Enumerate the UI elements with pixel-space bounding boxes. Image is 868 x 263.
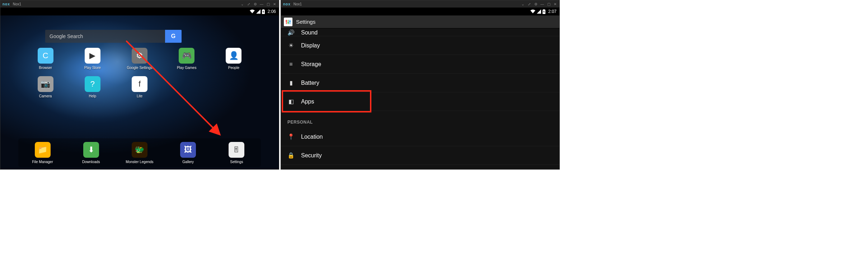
pane-settings: nox Nox1 ⌄ ⤢ ⚙ — ▢ ✕ 2:07 Settings �	[281, 0, 560, 170]
wifi-icon	[530, 9, 535, 14]
app-label: Play Store	[84, 66, 101, 70]
svg-rect-6	[288, 20, 288, 24]
settings-item-sound[interactable]: 🔊 Sound	[281, 28, 559, 36]
app-label: Downloads	[82, 160, 100, 164]
expand-icon[interactable]: ⤢	[527, 2, 531, 6]
settings-item-display[interactable]: ☀ Display	[281, 36, 559, 55]
security-icon: 🔒	[287, 152, 295, 159]
search-placeholder: Google Search	[45, 33, 165, 39]
signal-icon	[537, 9, 541, 14]
dock-app-settings[interactable]: 🎚 Settings	[212, 142, 261, 164]
settings-app-icon	[284, 18, 292, 26]
android-status-bar-left: 2:06	[0, 8, 279, 15]
monster-legends-icon: 🐲	[132, 142, 147, 158]
settings-item-apps[interactable]: ◧ Apps	[281, 92, 559, 111]
play-games-icon: 🎮	[179, 48, 194, 64]
people-icon: 👤	[226, 48, 241, 64]
google-search-bar[interactable]: Google Search G	[45, 30, 182, 43]
storage-icon: ≡	[287, 61, 295, 68]
chevron-down-icon[interactable]: ⌄	[240, 2, 244, 6]
window-title: Nox1	[13, 2, 21, 6]
wifi-icon	[250, 9, 255, 14]
app-play-store[interactable]: ▶ Play Store	[69, 48, 116, 70]
svg-rect-5	[286, 20, 287, 24]
settings-icon: 🎚	[229, 142, 244, 158]
svg-rect-9	[287, 22, 289, 23]
display-icon: ☀	[287, 42, 295, 49]
expand-icon[interactable]: ⤢	[247, 2, 251, 6]
settings-item-security[interactable]: 🔒 Security	[281, 146, 559, 165]
app-label: Google Settings	[127, 66, 152, 70]
downloads-icon: ⬇	[83, 142, 99, 158]
settings-item-label: Sound	[301, 29, 318, 36]
app-label: People	[228, 66, 239, 70]
maximize-icon[interactable]: ▢	[546, 2, 551, 6]
app-google-settings[interactable]: ⚙ Google Settings	[116, 48, 163, 70]
app-label: Help	[89, 94, 97, 98]
dock-app-gallery[interactable]: 🖼 Gallery	[164, 142, 212, 164]
settings-item-label: Location	[301, 134, 323, 140]
battery-icon: ▮	[287, 79, 295, 87]
lite-icon: f	[132, 76, 147, 92]
google-search-button[interactable]: G	[165, 30, 182, 43]
app-label: Camera	[39, 94, 52, 98]
location-icon: 📍	[287, 133, 295, 140]
gear-icon[interactable]: ⚙	[534, 2, 538, 6]
window-title: Nox1	[294, 2, 302, 6]
status-time: 2:07	[548, 9, 557, 14]
minimize-icon[interactable]: —	[540, 2, 544, 6]
dock-app-file-manager[interactable]: 📁 File Manager	[18, 142, 67, 164]
gear-icon[interactable]: ⚙	[253, 2, 257, 6]
app-label: Settings	[230, 160, 243, 164]
app-help[interactable]: ? Help	[69, 76, 116, 98]
file-manager-icon: 📁	[35, 142, 51, 158]
app-browser[interactable]: C Browser	[22, 48, 69, 70]
settings-section-personal: PERSONAL	[281, 111, 559, 128]
play-store-icon: ▶	[85, 48, 100, 64]
google-settings-icon: ⚙	[132, 48, 147, 64]
settings-item-label: Security	[301, 152, 322, 159]
home-app-grid: C Browser▶ Play Store⚙ Google Settings🎮 …	[22, 48, 257, 98]
settings-item-label: Display	[301, 42, 320, 49]
camera-icon: 📷	[38, 76, 53, 92]
settings-item-label: Battery	[301, 80, 319, 86]
help-icon: ?	[85, 76, 100, 92]
app-label: Monster Legends	[126, 160, 153, 164]
home-screen: Google Search G C Browser▶ Play Store⚙ G…	[0, 15, 279, 169]
android-status-bar-right: 2:07	[281, 8, 559, 15]
app-people[interactable]: 👤 People	[210, 48, 257, 70]
nox-logo: nox	[283, 2, 291, 6]
maximize-icon[interactable]: ▢	[266, 2, 270, 6]
settings-list: 🔊 Sound☀ Display≡ Storage▮ Battery◧ Apps…	[281, 28, 559, 169]
app-label: Gallery	[182, 160, 194, 164]
close-icon[interactable]: ✕	[553, 2, 557, 6]
gallery-icon: 🖼	[180, 142, 196, 158]
apps-icon: ◧	[287, 98, 295, 105]
settings-item-battery[interactable]: ▮ Battery	[281, 74, 559, 92]
app-play-games[interactable]: 🎮 Play Games	[163, 48, 210, 70]
pane-home: nox Nox1 ⌄ ⤢ ⚙ — ▢ ✕ 2:06 Google Search …	[0, 0, 279, 170]
close-icon[interactable]: ✕	[272, 2, 277, 6]
settings-item-storage[interactable]: ≡ Storage	[281, 55, 559, 74]
battery-icon	[262, 9, 265, 14]
app-camera[interactable]: 📷 Camera	[22, 76, 69, 98]
settings-header: Settings	[281, 15, 559, 28]
svg-rect-10	[289, 21, 291, 22]
nox-logo: nox	[3, 2, 10, 6]
app-lite[interactable]: f Lite	[116, 76, 163, 98]
browser-icon: C	[38, 48, 53, 64]
window-titlebar-left: nox Nox1 ⌄ ⤢ ⚙ — ▢ ✕	[0, 0, 279, 8]
settings-item-location[interactable]: 📍 Location	[281, 128, 559, 146]
svg-rect-1	[263, 9, 264, 10]
settings-item-label: Storage	[301, 61, 321, 68]
minimize-icon[interactable]: —	[259, 2, 264, 6]
dock-app-downloads[interactable]: ⬇ Downloads	[67, 142, 115, 164]
dock-app-monster-legends[interactable]: 🐲 Monster Legends	[115, 142, 164, 164]
app-label: Lite	[137, 94, 142, 98]
window-titlebar-right: nox Nox1 ⌄ ⤢ ⚙ — ▢ ✕	[281, 0, 559, 8]
sound-icon: 🔊	[287, 29, 295, 36]
svg-rect-4	[543, 9, 545, 10]
svg-rect-8	[286, 20, 287, 22]
chevron-down-icon[interactable]: ⌄	[521, 2, 525, 6]
home-dock: 📁 File Manager⬇ Downloads🐲 Monster Legen…	[18, 138, 261, 167]
